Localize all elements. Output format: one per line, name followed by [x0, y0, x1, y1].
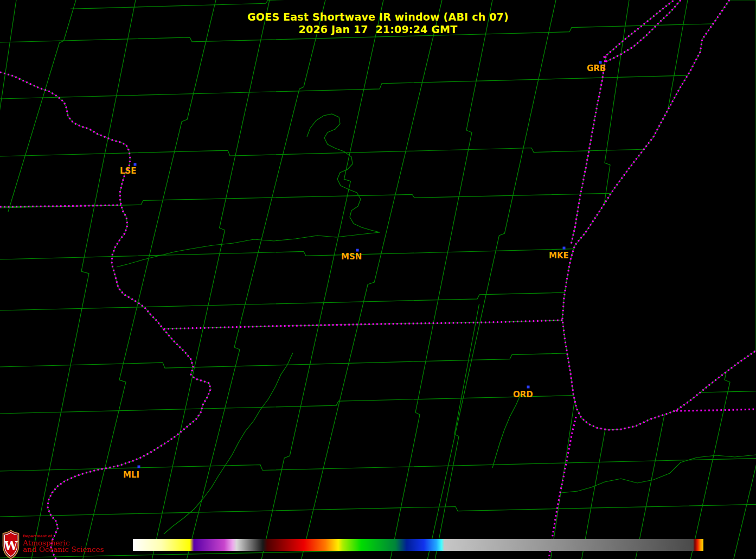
- station-dot-MLI: [138, 466, 140, 468]
- station-label-LSE: LSE: [120, 166, 137, 176]
- station-dot-MKE: [563, 247, 566, 250]
- color-scale-bar: [133, 539, 703, 551]
- station-label-GRB: GRB: [587, 63, 606, 73]
- station-label-MSN: MSN: [341, 252, 362, 262]
- logo-text: Department of Atmospheric and Oceanic Sc…: [23, 535, 104, 553]
- page-title: GOES East Shortwave IR window (ABI ch 07…: [0, 11, 756, 23]
- station-label-ORD: ORD: [513, 390, 533, 399]
- satellite-map: GRBLSEMSNMKEORDMLI: [0, 0, 756, 559]
- station-label-MKE: MKE: [549, 251, 569, 261]
- station-label-MLI: MLI: [123, 470, 139, 480]
- svg-text:W: W: [4, 538, 18, 552]
- station-dot-ORD: [527, 386, 530, 389]
- uw-aos-logo: W Department of Atmospheric and Oceanic …: [2, 530, 104, 559]
- goes-satellite-viewer: { "header": { "title_line1": "GOES East …: [0, 0, 756, 559]
- logo-dept-line: Department of: [23, 535, 104, 538]
- logo-line-2: and Oceanic Sciences: [23, 546, 104, 553]
- image-title-block: GOES East Shortwave IR window (ABI ch 07…: [0, 11, 756, 36]
- station-dot-MSN: [356, 249, 359, 252]
- station-markers: GRBLSEMSNMKEORDMLI: [120, 61, 606, 480]
- station-dot-LSE: [134, 163, 137, 166]
- timestamp: 2026 Jan 17 21:09:24 GMT: [0, 23, 756, 36]
- uw-crest-icon: W: [2, 530, 20, 559]
